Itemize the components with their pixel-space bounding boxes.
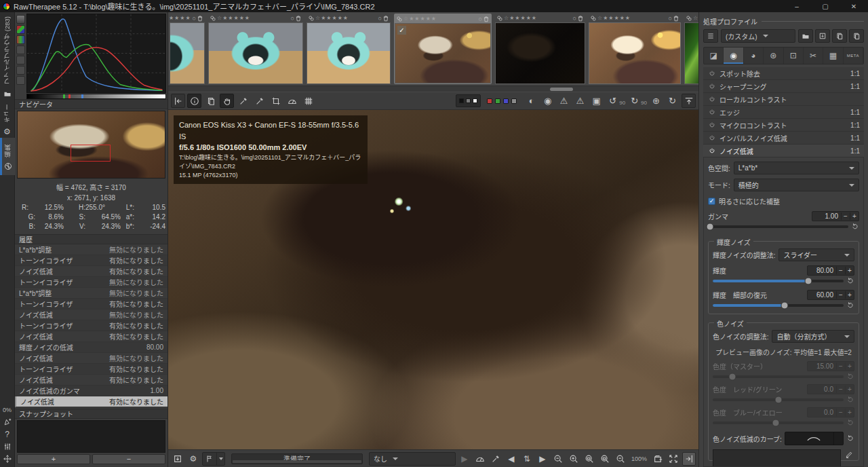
sync-link-icon[interactable] — [308, 15, 315, 22]
rotate-right-90-button[interactable]: ↻ — [627, 94, 642, 108]
close-button[interactable]: ✕ — [840, 0, 868, 12]
hide-right-panel-button[interactable] — [682, 452, 696, 466]
new-editor-icon[interactable] — [3, 418, 12, 426]
thumbnail-image[interactable] — [495, 22, 585, 84]
color-label-icon[interactable]: ○ — [378, 15, 382, 22]
before-after-view-button[interactable] — [473, 452, 487, 466]
soft-proofing-button[interactable]: ◐ — [524, 94, 538, 108]
zoom-fit-button[interactable] — [583, 452, 596, 466]
gamma-slider[interactable] — [708, 225, 848, 228]
highlight-clipping-button[interactable]: ⚠ — [573, 94, 587, 108]
histogram-mode-toggle[interactable] — [16, 76, 25, 85]
paste-profile-button[interactable] — [849, 29, 864, 43]
luma-channel-chip[interactable] — [511, 98, 517, 104]
preview-mode-button[interactable]: ▣ — [589, 94, 604, 108]
bg-gray-chip[interactable] — [466, 98, 471, 103]
color-label-icon[interactable]: ○ — [291, 15, 294, 22]
thumbnail-image[interactable] — [170, 22, 205, 84]
chroma-curve-type-select[interactable] — [785, 432, 844, 445]
tab-queue[interactable]: キュー — [3, 104, 12, 124]
filmstrip-thumbnail[interactable]: ☆ ★★★★★ ○ — [589, 14, 681, 84]
star-rating[interactable]: ★★★★★ — [603, 15, 631, 21]
history-row[interactable]: 輝度ノイズの低減 80.00 — [15, 342, 167, 353]
tab-favorites[interactable]: ▦ — [823, 48, 843, 64]
curve-reset-icon[interactable] — [846, 434, 854, 443]
fine-rotate-button[interactable]: ⊕ — [649, 94, 663, 108]
thumbnail-image[interactable] — [208, 22, 303, 84]
history-row[interactable]: ノイズ低減 有効になりました — [15, 331, 167, 342]
monitor-profile-select[interactable]: なし — [369, 452, 456, 466]
send-options-chevron[interactable] — [216, 453, 224, 465]
history-row[interactable]: ノイズ低減 有効になりました — [15, 396, 167, 407]
detail-recovery-spinner[interactable]: 60.00 − + — [807, 290, 854, 300]
tool-row[interactable]: スポット除去 1:1 — [703, 67, 864, 80]
thumbnail-image[interactable] — [307, 22, 391, 84]
history-row[interactable]: トーンイコライザ 有効になりました — [15, 364, 167, 375]
unrank-icon[interactable]: ☆ — [217, 15, 222, 21]
histogram-lum-toggle[interactable] — [16, 15, 25, 24]
luminance-reset-icon[interactable] — [846, 277, 854, 285]
hand-tool-button[interactable] — [220, 94, 234, 108]
detail-window-button[interactable] — [651, 452, 665, 466]
snapshots-list[interactable] — [17, 420, 165, 453]
trash-icon[interactable] — [197, 15, 203, 22]
add-snapshot-button[interactable]: + — [17, 454, 90, 464]
color-label-icon[interactable]: ○ — [193, 15, 196, 22]
lock-view-button[interactable] — [489, 452, 502, 466]
tab-file-browser[interactable]: ファイルブラウザ (283) — [3, 16, 12, 85]
send-to-editor-button[interactable] — [202, 452, 225, 466]
detail-reset-icon[interactable] — [846, 301, 854, 310]
unrank-icon[interactable]: ☆ — [693, 15, 698, 21]
tab-color[interactable]: ◕ — [744, 48, 764, 64]
profile-select[interactable]: (カスタム) — [721, 29, 795, 43]
sync-link-icon[interactable] — [496, 15, 503, 22]
history-row[interactable]: L*a*b*調整 無効になりました — [15, 288, 167, 299]
gamma-minus-button[interactable]: − — [841, 212, 850, 220]
color-picker-button[interactable] — [252, 94, 267, 108]
tool-row[interactable]: インパルスノイズ低減 1:1 — [703, 132, 864, 145]
zoom-in-button[interactable] — [567, 452, 580, 466]
info-button[interactable] — [187, 94, 201, 108]
queue-processing-button[interactable]: ⚙ — [186, 452, 200, 466]
trash-icon[interactable] — [295, 15, 302, 22]
thumbnail-image[interactable]: ✓ — [395, 23, 491, 83]
bg-black-chip[interactable] — [459, 98, 464, 103]
histogram-raw-toggle[interactable] — [16, 45, 25, 54]
tab-raw[interactable]: ✂ — [804, 48, 823, 64]
sync-link-icon[interactable] — [590, 15, 597, 22]
color-label-icon[interactable]: ○ — [573, 15, 576, 22]
power-icon[interactable] — [709, 122, 715, 128]
gamma-spinner[interactable]: 1.00 − + — [812, 211, 859, 221]
filmstrip-scrollbar[interactable] — [168, 86, 698, 92]
delete-snapshot-button[interactable]: − — [92, 454, 165, 464]
color-label-icon[interactable]: ○ — [479, 16, 482, 22]
trash-icon[interactable] — [577, 15, 584, 22]
mode-select[interactable]: 積極的 — [734, 179, 859, 191]
history-row[interactable]: トーンイコライザ 有効になりました — [15, 299, 167, 310]
filmstrip-scroll-handle[interactable] — [550, 88, 573, 91]
gamma-reset-icon[interactable] — [851, 223, 859, 231]
hide-left-panel-button[interactable] — [171, 94, 185, 108]
power-icon[interactable] — [709, 134, 715, 141]
luminance-minus-button[interactable]: − — [836, 267, 845, 274]
green-channel-chip[interactable] — [495, 98, 500, 104]
sync-link-icon[interactable] — [210, 15, 216, 22]
unrank-icon[interactable]: ☆ — [597, 15, 602, 21]
trash-icon[interactable] — [483, 16, 490, 22]
zoom-100-button[interactable] — [614, 452, 627, 466]
load-profile-button[interactable] — [798, 29, 813, 43]
history-row[interactable]: ノイズ低減 無効になりました — [15, 310, 167, 320]
detail-plus-button[interactable]: + — [845, 291, 854, 299]
gamma-plus-button[interactable]: + — [850, 212, 859, 220]
toggle-updown-button[interactable]: ⇅ — [520, 452, 534, 466]
profile-fill-mode-button[interactable] — [703, 29, 718, 43]
filmstrip-thumbnail[interactable]: ☆ ★★★★★ ○ — [307, 14, 391, 84]
unrank-icon[interactable]: ☆ — [315, 15, 320, 21]
luminance-slider[interactable] — [713, 280, 844, 282]
star-rating[interactable]: ★★★★★ — [409, 16, 437, 22]
zoom-fit-crop-button[interactable] — [598, 452, 612, 466]
thumbnail-image[interactable] — [589, 22, 681, 84]
detail-recovery-slider[interactable] — [713, 304, 844, 307]
perspective-grid-button[interactable] — [301, 94, 315, 108]
copy-profile-button[interactable] — [832, 29, 847, 43]
